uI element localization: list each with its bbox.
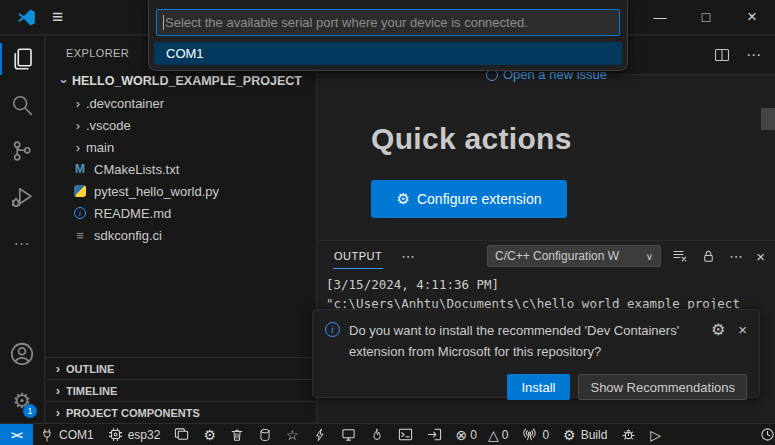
build-flash-monitor-button[interactable] — [363, 424, 391, 445]
text-caret — [163, 15, 164, 30]
device-target-item[interactable]: esp32 — [101, 424, 168, 445]
panel-more-actions-icon[interactable]: ⋯ — [401, 248, 415, 264]
monitor-icon — [341, 427, 356, 442]
serial-port-item[interactable]: COM1 — [33, 424, 101, 445]
minimize-button[interactable]: — — [637, 0, 683, 35]
info-icon: i — [325, 322, 340, 337]
menu-hamburger-icon[interactable]: ≡ — [52, 6, 63, 28]
remote-indicator[interactable]: >< — [0, 424, 33, 445]
split-editor-icon[interactable] — [714, 47, 730, 63]
open-project-button[interactable] — [167, 424, 196, 445]
section-outline[interactable]: › OUTLINE — [46, 357, 316, 379]
notification-toast: i Do you want to install the recommended… — [312, 309, 760, 398]
gear-icon: ⚙ — [203, 428, 216, 442]
tree-item-label: CMakeLists.txt — [94, 162, 179, 177]
account-button[interactable] — [0, 331, 44, 377]
run-button[interactable]: ▷ — [643, 424, 668, 445]
output-channel-value: C/C++ Configuration W — [495, 249, 619, 263]
warning-icon: △ — [488, 428, 499, 442]
lock-icon[interactable] — [701, 249, 716, 264]
section-label: OUTLINE — [66, 363, 114, 375]
history-button[interactable] — [753, 424, 775, 445]
terminal-icon — [398, 427, 413, 442]
editor-scrollbar-thumb[interactable] — [761, 108, 775, 130]
full-clean-button[interactable] — [223, 424, 251, 445]
notification-settings-icon[interactable]: ⚙ — [711, 320, 725, 339]
error-count: 0 — [470, 428, 477, 442]
maximize-button[interactable]: □ — [683, 0, 729, 35]
error-icon: ⊗ — [456, 428, 468, 442]
account-icon — [9, 341, 35, 367]
play-icon: ▷ — [650, 428, 661, 442]
section-label: PROJECT COMPONENTS — [66, 407, 200, 419]
configure-extension-button[interactable]: ⚙ Configure extension — [371, 180, 567, 218]
chevron-right-icon: › — [56, 361, 60, 376]
tree-item-main[interactable]: › main — [46, 136, 316, 158]
window-controls: — □ × — [637, 0, 775, 35]
flash-device-button[interactable] — [306, 424, 334, 445]
build-label: Build — [581, 428, 608, 442]
notification-close-icon[interactable]: × — [738, 321, 747, 338]
editor-more-actions-icon[interactable]: ⋯ — [746, 46, 761, 64]
tree-item-label: sdkconfig.ci — [94, 228, 162, 243]
section-project-components[interactable]: › PROJECT COMPONENTS — [46, 401, 316, 423]
bug-icon — [621, 427, 636, 442]
chevron-right-icon: › — [76, 118, 80, 133]
settings-button[interactable]: ⚙ 1 — [0, 377, 44, 423]
tree-item-pytest[interactable]: pytest_hello_world.py — [46, 180, 316, 202]
search-icon — [10, 93, 34, 117]
python-file-icon — [72, 183, 88, 199]
tree-root-folder[interactable]: › HELLO_WORLD_EXAMPLE_PROJECT — [46, 70, 316, 92]
install-button[interactable]: Install — [507, 374, 571, 400]
lightning-icon — [313, 428, 327, 442]
build-button[interactable]: ⚙ Build — [556, 424, 614, 445]
menuconfig-button[interactable]: ⚙ — [196, 424, 223, 445]
serial-port-input[interactable]: Select the available serial port where y… — [156, 9, 620, 36]
select-flash-method-button[interactable]: ☆ — [279, 424, 306, 445]
erase-flash-button[interactable] — [251, 424, 279, 445]
output-channel-select[interactable]: C/C++ Configuration W ∨ — [487, 245, 661, 267]
section-timeline[interactable]: › TIMELINE — [46, 379, 316, 401]
monitor-device-button[interactable] — [334, 424, 363, 445]
debug-button[interactable] — [614, 424, 643, 445]
problems-item[interactable]: ⊗ 0 △ 0 — [449, 424, 516, 445]
section-label: TIMELINE — [66, 385, 117, 397]
vscode-logo-icon — [17, 8, 36, 27]
sidebar-item-explorer[interactable] — [0, 36, 44, 82]
tree-item-readme[interactable]: i README.md — [46, 202, 316, 224]
import-project-button[interactable] — [420, 424, 449, 445]
tab-output[interactable]: OUTPUT — [333, 243, 383, 269]
sidebar-item-search[interactable] — [0, 82, 44, 128]
activity-bar: ⋯ ⚙ 1 — [0, 36, 45, 423]
panel-overflow-icon[interactable]: ⋯ — [729, 248, 743, 264]
quick-pick-item-com1[interactable]: COM1 — [154, 42, 622, 65]
file-tree: › HELLO_WORLD_EXAMPLE_PROJECT › .devcont… — [46, 70, 316, 246]
plug-icon — [40, 428, 54, 442]
tree-item-devcontainer[interactable]: › .devcontainer — [46, 92, 316, 114]
close-button[interactable]: × — [729, 0, 775, 35]
tree-item-sdkconfig[interactable]: ≡ sdkconfig.ci — [46, 224, 316, 246]
tree-item-label: README.md — [94, 206, 171, 221]
cmake-file-icon: M — [72, 161, 88, 177]
history-icon — [760, 427, 775, 442]
page-title: Quick actions — [371, 122, 572, 156]
show-recommendations-button[interactable]: Show Recommendations — [578, 374, 747, 400]
chevron-down-icon: › — [57, 79, 72, 83]
tree-item-label: .devcontainer — [86, 96, 164, 111]
terminal-button[interactable] — [391, 424, 420, 445]
clear-output-icon[interactable] — [672, 248, 688, 264]
close-panel-icon[interactable]: × — [756, 248, 765, 265]
sidebar-item-more-views[interactable]: ⋯ — [0, 220, 44, 266]
sidebar-item-source-control[interactable] — [0, 128, 44, 174]
ports-item[interactable]: 0 — [515, 424, 556, 445]
panel-header: OUTPUT ⋯ C/C++ Configuration W ∨ ⋯ × — [318, 241, 775, 270]
quick-input-widget: Select the available serial port where y… — [148, 0, 628, 71]
gear-icon: ⚙ — [397, 190, 410, 208]
configure-extension-label: Configure extension — [417, 191, 542, 207]
output-log[interactable]: [3/15/2024, 4:11:36 PM] "c:\Users\Anhtu\… — [318, 270, 775, 313]
chip-icon — [108, 427, 123, 442]
sidebar-item-run-debug[interactable] — [0, 174, 44, 220]
tree-item-vscode[interactable]: › .vscode — [46, 114, 316, 136]
tree-item-cmakelists[interactable]: M CMakeLists.txt — [46, 158, 316, 180]
chevron-right-icon: › — [76, 96, 80, 111]
